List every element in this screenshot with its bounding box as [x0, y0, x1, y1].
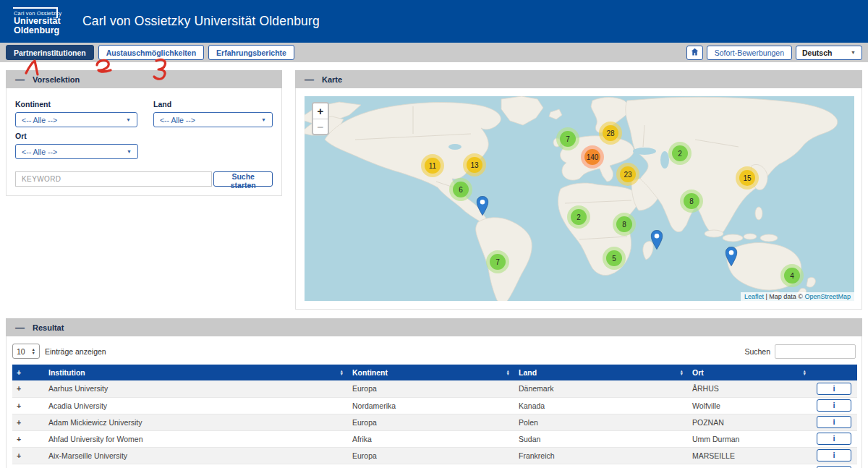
collapse-icon[interactable]: —: [15, 76, 25, 83]
suche-starten-button[interactable]: Suche starten: [213, 171, 273, 187]
cell-kontinent: Europa: [348, 447, 514, 464]
cell-ort: ÅRHUS: [688, 380, 811, 397]
cell-land: Polen: [514, 414, 688, 430]
cell-land: China, Volksrepublik: [514, 464, 688, 468]
sort-icon[interactable]: ▲▼: [803, 370, 807, 376]
land-select[interactable]: <-- Alle --> ▼: [153, 112, 273, 127]
resultat-body: 10 ▲▼ Einträge anzeigen Suchen + Institu…: [6, 336, 862, 468]
map-cluster[interactable]: 11: [421, 154, 444, 177]
karte-header[interactable]: — Karte: [295, 70, 862, 88]
chevron-down-icon: ▼: [261, 117, 266, 122]
institution-column-header[interactable]: Institution ▲▼: [44, 365, 348, 380]
map-cluster[interactable]: 28: [599, 122, 622, 145]
cell-info: i: [811, 414, 857, 430]
sort-icon[interactable]: ▲▼: [680, 370, 684, 376]
map-pin[interactable]: [651, 230, 663, 250]
sort-icon[interactable]: ▲▼: [506, 370, 510, 376]
map-marker-layer: 1113672814022315828754: [305, 96, 854, 301]
cell-ort: Wolfville: [688, 397, 811, 414]
map-pin[interactable]: [477, 196, 489, 216]
collapse-icon[interactable]: —: [305, 76, 314, 83]
map-cluster[interactable]: 13: [463, 153, 486, 176]
karte-body: + − 1113672814022315828754 Leaflet | Map…: [295, 88, 862, 310]
cell-institution: Anhui Normal University: [44, 464, 348, 468]
row-expand-button[interactable]: +: [12, 430, 44, 447]
resultat-header[interactable]: — Resultat: [6, 318, 862, 336]
row-expand-button[interactable]: +: [12, 380, 44, 397]
cell-land: Frankreich: [514, 447, 688, 464]
map-cluster[interactable]: 8: [613, 213, 636, 236]
row-info-button[interactable]: i: [817, 416, 851, 428]
tab-erfahrungsberichte[interactable]: Erfahrungsberichte: [208, 45, 294, 60]
map-cluster[interactable]: 5: [603, 247, 626, 270]
cell-land: Dänemark: [514, 380, 688, 397]
keyword-input[interactable]: [15, 171, 212, 187]
cluster-count: 6: [453, 182, 469, 197]
ort-column-header[interactable]: Ort ▲▼: [688, 365, 811, 380]
map-cluster[interactable]: 15: [736, 166, 759, 190]
map-cluster[interactable]: 140: [581, 145, 604, 169]
home-button[interactable]: [686, 46, 703, 60]
karte-title: Karte: [322, 75, 342, 84]
cell-institution: Adam Mickiewicz University: [44, 414, 348, 430]
table-row: +Anhui Normal UniversityAsienChina, Volk…: [12, 464, 857, 468]
cell-kontinent: Nordamerika: [348, 397, 514, 414]
page-size-value: 10: [17, 347, 25, 356]
row-info-button[interactable]: i: [817, 433, 851, 445]
ort-select[interactable]: <-- Alle --> ▼: [15, 144, 138, 159]
attribution-prefix: Map data ©: [769, 293, 804, 300]
kontinent-select[interactable]: <-- Alle --> ▼: [15, 112, 137, 127]
row-expand-button[interactable]: +: [12, 464, 44, 468]
cluster-count: 7: [490, 254, 506, 270]
world-map[interactable]: + − 1113672814022315828754 Leaflet | Map…: [305, 96, 854, 301]
map-cluster[interactable]: 8: [680, 190, 703, 213]
kontinent-column-header[interactable]: Kontinent ▲▼: [348, 365, 514, 380]
sofort-bewerbungen-button[interactable]: Sofort-Bewerbungen: [707, 46, 792, 60]
row-expand-button[interactable]: +: [12, 447, 44, 464]
ort-label: Ort: [15, 132, 138, 140]
table-row: +Acadia UniversityNordamerikaKanadaWolfv…: [12, 397, 857, 414]
language-select[interactable]: Deutsch ▼: [796, 46, 862, 60]
zoom-out-button[interactable]: −: [313, 119, 328, 134]
map-cluster[interactable]: 6: [449, 178, 472, 201]
info-column-header: [811, 365, 857, 380]
zoom-in-button[interactable]: +: [313, 103, 328, 119]
map-pin[interactable]: [726, 247, 738, 266]
row-info-button[interactable]: i: [817, 383, 851, 395]
map-cluster[interactable]: 23: [616, 163, 639, 186]
vorselektion-header[interactable]: — Vorselektion: [6, 70, 282, 88]
map-cluster[interactable]: 4: [780, 264, 804, 287]
row-info-button[interactable]: i: [817, 399, 851, 412]
sort-icon[interactable]: ▲▼: [340, 370, 344, 376]
collapse-icon[interactable]: —: [15, 324, 25, 331]
cluster-count: 140: [584, 149, 600, 165]
cluster-count: 2: [571, 209, 587, 225]
cell-land: Kanada: [514, 397, 688, 414]
cell-institution: Ahfad University for Women: [44, 430, 348, 447]
map-cluster[interactable]: 7: [486, 250, 509, 273]
land-label: Land: [153, 100, 273, 109]
table-search-input[interactable]: [775, 344, 856, 359]
openstreetmap-link[interactable]: OpenStreetMap: [804, 293, 851, 300]
cell-ort: MARSEILLE: [688, 447, 811, 464]
resultat-title: Resultat: [33, 323, 64, 332]
tab-bar: Partnerinstitutionen Austauschmöglichkei…: [0, 43, 868, 62]
map-cluster[interactable]: 7: [556, 127, 579, 150]
map-cluster[interactable]: 2: [668, 142, 692, 165]
map-cluster[interactable]: 2: [567, 205, 590, 229]
cluster-count: 28: [603, 125, 618, 141]
page-size-select[interactable]: 10 ▲▼: [12, 344, 40, 359]
kontinent-select-value: <-- Alle -->: [22, 116, 57, 124]
leaflet-link[interactable]: Leaflet: [744, 293, 764, 300]
cell-institution: Aix-Marseille University: [44, 447, 348, 464]
cluster-count: 8: [684, 193, 699, 209]
cell-kontinent: Asien: [348, 464, 514, 468]
tab-austauschmoeglichkeiten[interactable]: Austauschmöglichkeiten: [98, 45, 204, 60]
tab-partnerinstitutionen[interactable]: Partnerinstitutionen: [6, 45, 94, 60]
karte-panel: — Karte: [295, 70, 862, 310]
land-column-header[interactable]: Land ▲▼: [514, 365, 688, 380]
row-expand-button[interactable]: +: [12, 397, 44, 414]
row-info-button[interactable]: i: [817, 449, 851, 461]
row-expand-button[interactable]: +: [12, 414, 44, 430]
cell-kontinent: Afrika: [348, 430, 514, 447]
